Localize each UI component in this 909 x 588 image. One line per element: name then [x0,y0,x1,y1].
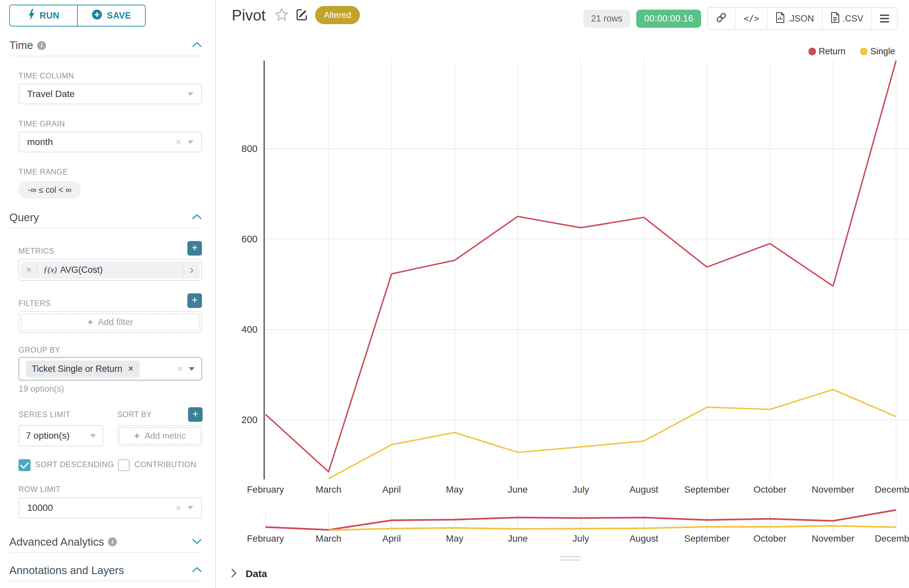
chevron-up-icon[interactable] [192,213,202,221]
line-chart[interactable]: 200400600800FebruaryMarchAprilMayJuneJul… [216,0,909,588]
row-limit-label: ROW LIMIT [19,485,202,494]
groupby-options-hint: 19 option(s) [19,384,202,394]
preview-x-tick-label: July [573,533,589,544]
info-circle-icon: i [108,537,117,546]
contribution-label: CONTRIBUTION [134,460,196,469]
run-button-label: RUN [40,11,60,21]
series-limit-value: 7 option(s) [26,430,69,441]
groupby-tag-label: Ticket Single or Return [32,364,123,374]
time-grain-value: month [27,137,53,147]
y-axis-tick-label: 800 [242,143,258,154]
metric-chip[interactable]: × ƒ(x) AVG(Cost) › [21,261,200,278]
x-icon[interactable]: × [177,364,183,374]
caret-down-icon [187,141,193,144]
add-filter-plus-button[interactable]: + [187,293,202,308]
y-axis-tick-label: 400 [242,324,258,335]
time-section-header[interactable]: Time i [9,39,202,52]
chart-panel: Pivot Altered 21 rows 00:00:00.16 </> [216,0,909,588]
advanced-analytics-section-header[interactable]: Advanced Analytics i [9,536,202,548]
preview-x-tick-label: February [247,533,284,544]
time-range-value[interactable]: -∞ ≤ col < ∞ [19,181,81,199]
sort-by-label: SORT BY [117,410,152,419]
control-panel: RUN SAVE Time i TIME COLUMN Travel Date [0,0,216,588]
x-icon[interactable]: × [176,503,181,513]
time-section-title: Time [9,39,33,52]
sort-descending-checkbox[interactable] [19,459,31,471]
section-divider [9,56,202,56]
plus-icon: + [87,317,94,328]
annotations-section-header[interactable]: Annotations and Layers [9,564,202,577]
preview-strip[interactable]: FebruaryMarchAprilMayJuneJulyAugustSepte… [247,510,909,544]
remove-metric-icon[interactable]: × [21,265,37,275]
run-button[interactable]: RUN [10,5,77,26]
chevron-down-icon[interactable] [192,538,202,546]
x-axis-tick-label: September [684,485,730,494]
add-filter-label: Add filter [98,317,133,328]
metrics-box: × ƒ(x) AVG(Cost) › [19,259,202,281]
time-range-label: TIME RANGE [19,168,202,176]
save-button-label: SAVE [107,11,131,21]
data-panel-label: Data [245,568,267,579]
time-column-select[interactable]: Travel Date [19,84,202,104]
chevron-up-icon[interactable] [192,567,202,574]
remove-tag-icon[interactable]: ✕ [128,365,134,373]
caret-down-icon [187,506,193,509]
chevron-up-icon[interactable] [192,41,202,49]
panel-resize-handle[interactable] [559,556,581,563]
add-sort-metric-plus-button[interactable]: + [188,407,203,422]
preview-x-tick-label: September [684,533,730,544]
preview-x-tick-label: October [753,533,786,544]
row-limit-select[interactable]: 10000 × [19,497,202,519]
sort-descending-option[interactable]: SORT DESCENDING [19,458,118,471]
add-metric-label: Add metric [145,431,186,441]
x-axis-tick-label: November [812,485,854,494]
time-grain-select[interactable]: month × [19,132,202,152]
data-panel-toggle[interactable]: Data [230,568,267,579]
save-button[interactable]: SAVE [77,5,145,26]
row-limit-value: 10000 [27,502,53,513]
add-metric-plus-button[interactable]: + [187,241,202,255]
groupby-tag[interactable]: Ticket Single or Return ✕ [26,360,140,378]
add-sort-metric-button[interactable]: + Add metric [119,427,200,444]
preview-x-tick-label: June [508,533,528,544]
chevron-right-icon[interactable]: › [183,262,200,278]
lightning-bolt-icon [28,9,35,23]
x-axis-tick-label: March [316,485,342,494]
y-axis-tick-label: 200 [242,415,258,425]
annotations-title: Annotations and Layers [9,564,124,577]
x-axis-tick-label: April [382,485,401,494]
preview-x-tick-label: November [812,533,854,544]
explore-view: RUN SAVE Time i TIME COLUMN Travel Date [0,0,909,588]
series-limit-label: SERIES LIMIT [19,410,71,419]
fx-icon: ƒ(x) [44,265,57,275]
time-grain-label: TIME GRAIN [19,120,202,128]
section-divider [9,552,202,553]
x-axis-tick-label: October [753,485,786,494]
caret-down-icon[interactable] [189,367,195,371]
query-section-title: Query [9,211,39,224]
preview-x-tick-label: August [629,533,658,544]
groupby-label: GROUP BY [19,346,202,355]
info-circle-icon: i [37,41,46,50]
preview-x-tick-label: December [875,533,909,544]
series-limit-select[interactable]: 7 option(s) [19,425,103,446]
groupby-select[interactable]: Ticket Single or Return ✕ × [19,357,202,380]
preview-x-tick-label: April [382,533,401,544]
run-save-button-group: RUN SAVE [9,5,146,26]
x-axis-tick-label: August [629,485,658,494]
contribution-checkbox[interactable] [118,459,130,471]
query-section-header[interactable]: Query [9,211,202,224]
section-divider [9,581,202,582]
x-icon[interactable]: × [176,137,181,147]
caret-down-icon [187,92,193,96]
circle-plus-icon [92,9,102,22]
filters-label: FILTERS [19,299,51,308]
contribution-option[interactable]: CONTRIBUTION [118,458,202,471]
metric-chip-label: AVG(Cost) [60,265,103,275]
preview-x-tick-label: March [316,533,342,544]
time-column-value: Travel Date [27,89,75,99]
add-filter-button[interactable]: + Add filter [21,313,200,331]
series-line-single[interactable] [329,390,896,479]
sort-by-box: + Add metric [117,425,203,446]
x-axis-tick-label: May [446,485,463,494]
